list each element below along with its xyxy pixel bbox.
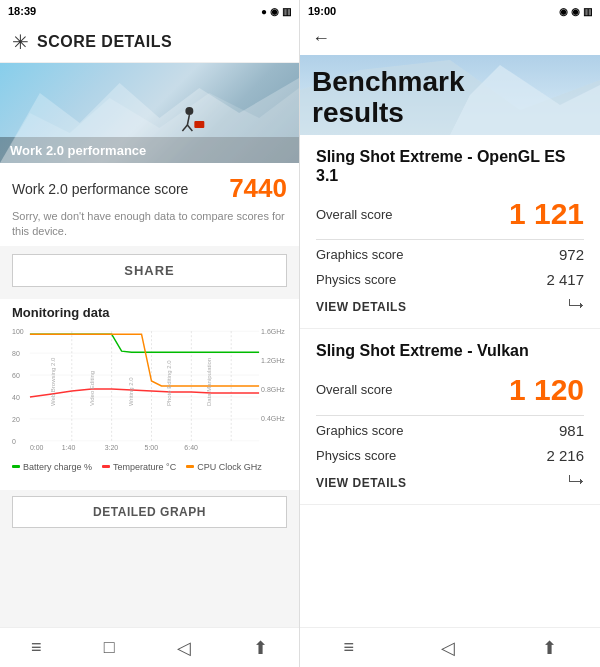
wifi-icon-right: ◉ (571, 6, 580, 17)
time-left: 18:39 (8, 5, 36, 17)
status-bar-left: 18:39 ● ◉ ▥ (0, 0, 299, 22)
svg-text:Web Browsing 2.0: Web Browsing 2.0 (50, 357, 56, 406)
temp-legend-label: Temperature °C (113, 462, 176, 472)
detailed-graph-button[interactable]: DETAILED GRAPH (12, 496, 287, 528)
view-details-row-vulkan: VIEW DETAILS ⮡ (316, 474, 584, 492)
share-icon-opengl[interactable]: ⮡ (568, 298, 584, 316)
svg-text:1.6GHz: 1.6GHz (261, 328, 285, 335)
back-icon-right[interactable]: ◁ (441, 637, 455, 659)
svg-text:Writing 2.0: Writing 2.0 (128, 377, 134, 406)
svg-text:Data Manipulation: Data Manipulation (206, 358, 212, 406)
physics-value-vulkan: 2 216 (546, 447, 584, 464)
time-right: 19:00 (308, 5, 336, 17)
chart-container: 100 80 60 40 20 0 1.6GHz 1.2GHz 0.8GHz 0… (12, 326, 287, 486)
divider-2 (316, 415, 584, 416)
right-panel: 19:00 ◉ ◉ ▥ ← Benchmarkresults (300, 0, 600, 667)
svg-text:0:00: 0:00 (30, 444, 44, 451)
svg-rect-6 (194, 121, 204, 128)
score-note: Sorry, we don't have enough data to comp… (12, 209, 287, 240)
view-details-opengl[interactable]: VIEW DETAILS (316, 300, 406, 314)
graphics-score-row-opengl: Graphics score 972 (316, 246, 584, 263)
overall-value-opengl: 1 121 (509, 197, 584, 231)
physics-score-row-opengl: Physics score 2 417 (316, 271, 584, 288)
physics-value-opengl: 2 417 (546, 271, 584, 288)
graphics-value-vulkan: 981 (559, 422, 584, 439)
benchmark-section-vulkan: Sling Shot Extreme - Vulkan Overall scor… (300, 329, 600, 504)
view-details-row-opengl: VIEW DETAILS ⮡ (316, 298, 584, 316)
overall-score-row-vulkan: Overall score 1 120 (316, 373, 584, 407)
battery-icon-right: ▥ (583, 6, 592, 17)
status-icons-right: ◉ ◉ ▥ (559, 6, 592, 17)
home-icon-left[interactable]: □ (104, 637, 115, 658)
graphics-label-opengl: Graphics score (316, 247, 403, 262)
section-title-vulkan: Sling Shot Extreme - Vulkan (316, 341, 584, 360)
menu-icon-left[interactable]: ≡ (31, 637, 42, 658)
graphics-label-vulkan: Graphics score (316, 423, 403, 438)
snowflake-icon: ✳ (12, 30, 29, 54)
battery-icon: ▥ (282, 6, 291, 17)
score-row: Work 2.0 performance score 7440 (12, 173, 287, 204)
overall-score-row-opengl: Overall score 1 121 (316, 197, 584, 231)
share-button[interactable]: SHARE (12, 254, 287, 287)
left-panel: 18:39 ● ◉ ▥ ✳ SCORE DETAILS Work 2.0 per… (0, 0, 300, 667)
svg-text:6:40: 6:40 (184, 444, 198, 451)
svg-text:0.8GHz: 0.8GHz (261, 386, 285, 393)
graphics-value-opengl: 972 (559, 246, 584, 263)
legend-cpu: CPU Clock GHz (186, 462, 262, 472)
cpu-legend-dot (186, 465, 194, 468)
divider-1 (316, 239, 584, 240)
benchmark-title: Benchmarkresults (312, 67, 465, 129)
legend-temp: Temperature °C (102, 462, 176, 472)
svg-text:40: 40 (12, 394, 20, 401)
physics-label-vulkan: Physics score (316, 448, 396, 463)
battery-legend-dot (12, 465, 20, 468)
notification-icon: ● (261, 6, 267, 17)
svg-text:80: 80 (12, 350, 20, 357)
svg-text:0: 0 (12, 438, 16, 445)
svg-text:1.2GHz: 1.2GHz (261, 357, 285, 364)
overall-label-opengl: Overall score (316, 207, 393, 222)
results-content[interactable]: Sling Shot Extreme - OpenGL ES 3.1 Overa… (300, 135, 600, 627)
menu-icon-right[interactable]: ≡ (343, 637, 354, 658)
status-icons-left: ● ◉ ▥ (261, 6, 291, 17)
score-value: 7440 (229, 173, 287, 204)
monitoring-section: Monitoring data 100 80 60 40 20 0 1.6GHz… (0, 299, 299, 490)
svg-text:3:20: 3:20 (105, 444, 119, 451)
physics-label-opengl: Physics score (316, 272, 396, 287)
battery-legend-label: Battery charge % (23, 462, 92, 472)
graphics-score-row-vulkan: Graphics score 981 (316, 422, 584, 439)
overall-value-vulkan: 1 120 (509, 373, 584, 407)
header-title: SCORE DETAILS (37, 33, 172, 51)
svg-text:20: 20 (12, 416, 20, 423)
svg-text:Photo Editing 2.0: Photo Editing 2.0 (166, 360, 172, 406)
svg-text:60: 60 (12, 372, 20, 379)
header-bar: ✳ SCORE DETAILS (0, 22, 299, 63)
wifi-icon: ◉ (270, 6, 279, 17)
physics-score-row-vulkan: Physics score 2 216 (316, 447, 584, 464)
svg-text:100: 100 (12, 328, 24, 335)
back-icon-left[interactable]: ◁ (177, 637, 191, 659)
score-label: Work 2.0 performance score (12, 181, 188, 197)
nav-bar-right: ≡ ◁ ⬆ (300, 627, 600, 667)
nav-bar-left: ≡ □ ◁ ⬆ (0, 627, 299, 667)
share-nav-icon-left[interactable]: ⬆ (253, 637, 268, 659)
section-title-opengl: Sling Shot Extreme - OpenGL ES 3.1 (316, 147, 584, 185)
hero-image: Work 2.0 performance (0, 63, 299, 163)
share-nav-icon-right[interactable]: ⬆ (542, 637, 557, 659)
cpu-legend-label: CPU Clock GHz (197, 462, 262, 472)
monitoring-chart: 100 80 60 40 20 0 1.6GHz 1.2GHz 0.8GHz 0… (12, 326, 287, 456)
svg-text:5:00: 5:00 (145, 444, 159, 451)
benchmark-section-opengl: Sling Shot Extreme - OpenGL ES 3.1 Overa… (300, 135, 600, 329)
share-icon-vulkan[interactable]: ⮡ (568, 474, 584, 492)
svg-point-2 (185, 107, 193, 115)
svg-text:0.4GHz: 0.4GHz (261, 415, 285, 422)
signal-icon-right: ◉ (559, 6, 568, 17)
back-button[interactable]: ← (300, 22, 600, 55)
benchmark-hero: Benchmarkresults (300, 55, 600, 135)
svg-text:1:40: 1:40 (62, 444, 76, 451)
overall-label-vulkan: Overall score (316, 382, 393, 397)
score-section: Work 2.0 performance score 7440 Sorry, w… (0, 163, 299, 246)
view-details-vulkan[interactable]: VIEW DETAILS (316, 476, 406, 490)
temp-legend-dot (102, 465, 110, 468)
monitoring-title: Monitoring data (12, 305, 287, 320)
